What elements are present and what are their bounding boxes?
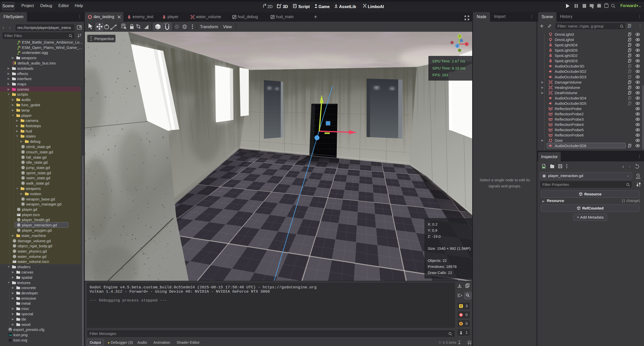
- svg-text:Perspective: Perspective: [94, 37, 114, 41]
- svg-text:2D: 2D: [267, 5, 272, 9]
- svg-text:Draw Calls: 22: Draw Calls: 22: [428, 270, 452, 275]
- svg-text:FPS: 163: FPS: 163: [432, 73, 448, 77]
- svg-text:Y: Y: [459, 35, 461, 38]
- svg-text:LimboAI: LimboAI: [368, 5, 384, 9]
- svg-text:Script: Script: [298, 5, 310, 9]
- svg-text:Game: Game: [318, 5, 330, 9]
- svg-text:Transform: Transform: [200, 25, 218, 29]
- svg-text:Size: 1540 × 992 (1.5MP): Size: 1540 × 992 (1.5MP): [428, 246, 471, 251]
- svg-text:3D: 3D: [283, 5, 288, 9]
- svg-text:›: ›: [629, 164, 630, 169]
- svg-text:X: 0.2: X: 0.2: [428, 222, 437, 226]
- svg-text:View: View: [223, 25, 232, 29]
- svg-text:Objects: 22: Objects: 22: [428, 258, 447, 263]
- svg-text:CPU Time: 2.67 ms: CPU Time: 2.67 ms: [432, 59, 465, 63]
- svg-text:TXT: TXT: [9, 330, 12, 332]
- svg-text:X: X: [466, 43, 468, 46]
- svg-text:DOC: DOC: [636, 177, 640, 179]
- svg-text:Primitives: 18578: Primitives: 18578: [428, 264, 457, 269]
- svg-text:AssetLib: AssetLib: [339, 5, 356, 9]
- svg-text:‹: ‹: [622, 164, 624, 169]
- svg-text:Z: -19.0: Z: -19.0: [428, 234, 441, 238]
- svg-text:Z: Z: [457, 45, 458, 47]
- svg-text:Qu: Qu: [9, 334, 12, 336]
- svg-text:GPU Time: 6.10 ms: GPU Time: 6.10 ms: [432, 66, 465, 70]
- svg-text:Y: 0.9: Y: 0.9: [428, 228, 437, 232]
